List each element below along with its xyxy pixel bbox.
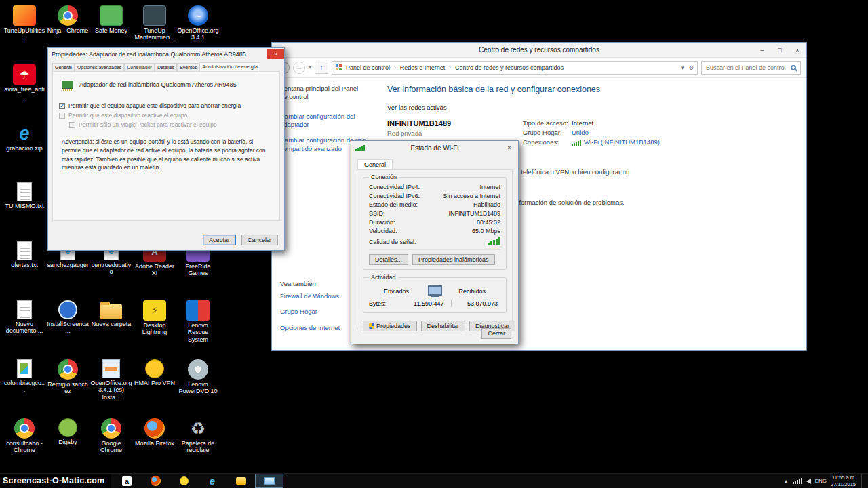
- close-button[interactable]: ×: [789, 43, 806, 57]
- tab-eventos[interactable]: Eventos: [177, 63, 199, 71]
- power-checkbox-row[interactable]: Permitir sólo un Magic Packet para react…: [69, 121, 273, 128]
- tab-opciones-avanzadas[interactable]: Opciones avanzadas: [75, 63, 124, 71]
- desktop-icon-label: Papelera de reciclaje: [177, 440, 219, 454]
- search-box[interactable]: [701, 61, 801, 75]
- breadcrumb-item[interactable]: Redes e Internet: [400, 64, 446, 71]
- cancelar-button[interactable]: Cancelar: [241, 235, 278, 245]
- properties-button[interactable]: Propiedades: [363, 321, 417, 331]
- see-also-link[interactable]: Firewall de Windows: [280, 292, 340, 300]
- aceptar-button[interactable]: Aceptar: [203, 235, 236, 245]
- desktop-icon-label: sanchezgauger: [47, 262, 89, 268]
- desktop-icon-label: Desktop Lightning: [134, 322, 176, 336]
- checkbox-label: Permitir sólo un Magic Packet para react…: [79, 121, 217, 128]
- breadcrumb-item[interactable]: Panel de control: [346, 64, 390, 71]
- desktop-icon[interactable]: ☂avira_free_anti...: [3, 63, 46, 122]
- power-checkbox-row[interactable]: Permitir que este dispositivo reactive e…: [59, 112, 273, 119]
- recent-pages-dropdown-icon[interactable]: ▾: [309, 64, 311, 70]
- desktop-icon[interactable]: egrabacion.zip: [3, 122, 46, 181]
- forward-button[interactable]: →: [293, 62, 305, 74]
- desktop-icon-label: Digsby: [58, 439, 77, 445]
- taskbar-item-file-explorer[interactable]: [226, 474, 255, 488]
- desktop-icon[interactable]: Digsby: [46, 417, 90, 476]
- checkbox[interactable]: [59, 103, 65, 109]
- maximize-button[interactable]: □: [771, 43, 789, 57]
- desktop-icon[interactable]: Lenovo Rescue System: [176, 299, 220, 358]
- tab-general[interactable]: General: [357, 159, 393, 170]
- close-button[interactable]: ×: [500, 142, 518, 154]
- language-indicator[interactable]: ENG: [815, 478, 827, 484]
- taskbar-item-network-window[interactable]: [255, 474, 283, 488]
- title-bar[interactable]: Estado de Wi-Fi ×: [351, 141, 518, 155]
- desktop-icon[interactable]: TU MISMO.txt: [3, 181, 46, 240]
- minimize-button[interactable]: –: [753, 43, 771, 57]
- clock-date: 27/11/2015: [831, 481, 856, 487]
- disable-button[interactable]: Deshabilitar: [421, 321, 466, 331]
- button-label: Propiedades: [376, 323, 411, 329]
- wifi-row-label: Velocidad:: [369, 228, 397, 235]
- refresh-icon[interactable]: ↻: [688, 64, 694, 71]
- desktop-icon[interactable]: HMA! Pro VPN: [133, 358, 176, 417]
- window-title: Centro de redes y recursos compartidos: [272, 46, 806, 54]
- tab-controlador[interactable]: Controlador: [124, 63, 155, 71]
- wireless-properties-button[interactable]: Propiedades inalámbricas: [412, 254, 495, 265]
- up-button[interactable]: ↑: [315, 62, 328, 74]
- show-desktop-button[interactable]: [861, 474, 865, 488]
- taskbar-item-firefox[interactable]: [141, 474, 170, 488]
- close-button[interactable]: ×: [267, 49, 284, 59]
- title-bar[interactable]: Propiedades: Adaptador de red inalámbric…: [48, 48, 284, 60]
- taskbar-item-yellow-app[interactable]: [170, 474, 198, 488]
- desktop-icon-label: Ninja - Chrome: [47, 27, 89, 34]
- see-also-link[interactable]: Grupo Hogar: [280, 308, 340, 316]
- desktop-icon-label: InstallScreenca...: [47, 321, 89, 335]
- partially-covered-text: información de solución de problemas.: [514, 199, 625, 206]
- tab-detalles[interactable]: Detalles: [155, 63, 177, 71]
- desktop-icon[interactable]: Lenovo PowerDVD 10: [176, 358, 220, 417]
- tab-administracion-de-energia[interactable]: Administración de energía: [199, 62, 260, 71]
- sidebar-task-link[interactable]: Cambiar configuración del adaptador: [280, 113, 367, 129]
- volume-tray-icon[interactable]: [806, 479, 811, 484]
- desktop-icon[interactable]: Mozilla Firefox: [133, 417, 176, 476]
- recycle-icon: ♻: [186, 418, 210, 439]
- taskbar-item-internet-explorer[interactable]: e: [198, 474, 226, 488]
- desktop-icon[interactable]: OpenOffice.org 3.4.1 (es) Insta...: [90, 358, 133, 417]
- property-tabs: GeneralOpciones avanzadasControladorDeta…: [48, 60, 284, 71]
- homegroup-link[interactable]: Unido: [572, 129, 589, 136]
- wifi-row-label: Conectividad IPv4:: [369, 184, 420, 190]
- details-button[interactable]: Detalles...: [369, 254, 408, 265]
- taskbar-item-amazon[interactable]: a: [113, 474, 141, 488]
- desktop-icon[interactable]: ♻Papelera de reciclaje: [176, 417, 220, 476]
- wifi-row-value: 00:45:32: [477, 219, 500, 226]
- search-input[interactable]: [706, 64, 791, 71]
- textfile-icon: [17, 241, 32, 260]
- wifi-connection-link[interactable]: Wi-Fi (INFINITUM1B1489): [584, 138, 660, 146]
- breadcrumb: Panel de control›Redes e Internet›Centro…: [346, 64, 564, 71]
- power-checkbox-row[interactable]: Permitir que el equipo apague este dispo…: [59, 102, 273, 109]
- desktop-icon[interactable]: Nueva carpeta: [90, 299, 133, 358]
- group-label: Conexión: [369, 174, 399, 180]
- cerrar-button[interactable]: Cerrar: [481, 328, 511, 339]
- breadcrumb-item[interactable]: Centro de redes y recursos compartidos: [455, 64, 564, 71]
- desktop-icon[interactable]: colombiacgco...: [3, 358, 46, 417]
- sidebar-home-link[interactable]: Ventana principal del Panel de control: [280, 85, 367, 102]
- desktop-icon[interactable]: ofertas.txt: [3, 240, 46, 299]
- network-tray-icon[interactable]: [793, 478, 802, 484]
- desktop-icon[interactable]: Nuevo documento ...: [3, 299, 46, 358]
- taskbar-clock[interactable]: 11:55 a.m. 27/11/2015: [831, 474, 857, 487]
- desktop-icon[interactable]: consultcabo - Chrome: [3, 417, 46, 476]
- checkbox[interactable]: [69, 122, 75, 128]
- title-bar[interactable]: Centro de redes y recursos compartidos –…: [272, 43, 806, 58]
- checkbox[interactable]: [59, 113, 65, 119]
- firefox-icon: [144, 418, 165, 439]
- tab-general[interactable]: General: [52, 63, 75, 71]
- desktop-icon[interactable]: ⚡Desktop Lightning: [133, 299, 176, 358]
- address-dropdown-icon[interactable]: ▾: [681, 64, 684, 71]
- see-also-link[interactable]: Opciones de Internet: [280, 324, 340, 332]
- address-bar[interactable]: Panel de control›Redes e Internet›Centro…: [332, 61, 698, 75]
- desktop-icon[interactable]: InstallScreenca...: [46, 299, 90, 358]
- desktop-icon[interactable]: TuneUpUtilities...: [3, 4, 46, 63]
- show-hidden-icons-button[interactable]: ▲: [784, 479, 789, 483]
- wifi-status-dialog: Estado de Wi-Fi × General Conexión Conec…: [351, 140, 519, 344]
- desktop-icon-label: Nueva carpeta: [92, 321, 132, 327]
- desktop-icon[interactable]: Remigio.sanchez: [46, 358, 90, 417]
- desktop-icon[interactable]: Google Chrome: [90, 417, 133, 476]
